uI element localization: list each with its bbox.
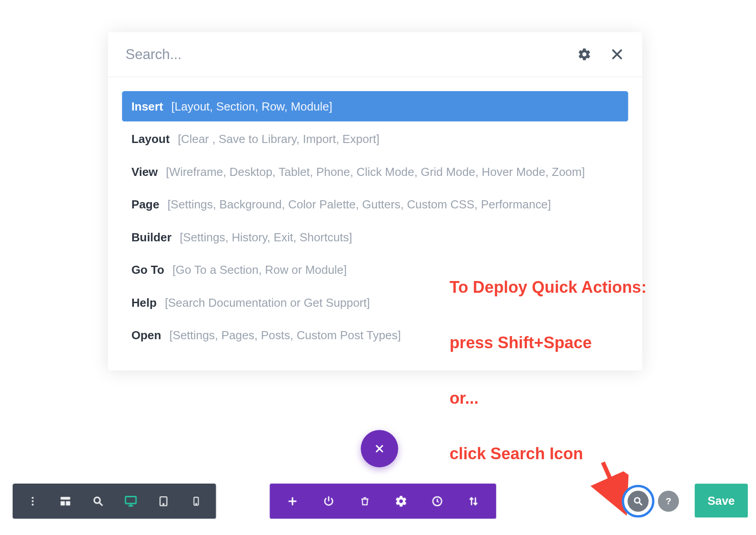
desktop-icon[interactable]: [115, 484, 147, 519]
svg-point-5: [32, 497, 33, 498]
annotation-line: click Search Icon: [449, 444, 583, 464]
tablet-icon[interactable]: [147, 484, 180, 519]
result-hint: [Go To a Section, Row or Module]: [172, 262, 347, 278]
result-hint: [Settings, Background, Color Palette, Gu…: [167, 196, 551, 212]
close-icon: [374, 443, 385, 455]
result-hint: [Settings, History, Exit, Shortcuts]: [180, 229, 352, 245]
svg-line-12: [100, 503, 102, 505]
result-row[interactable]: Layout[Clear , Save to Library, Import, …: [122, 124, 628, 154]
result-row[interactable]: Insert[Layout, Section, Row, Module]: [122, 91, 628, 121]
quick-actions-results: Insert[Layout, Section, Row, Module]Layo…: [108, 77, 642, 351]
svg-point-6: [32, 500, 33, 502]
builder-toolbar: [270, 484, 496, 519]
help-label: ?: [665, 496, 671, 506]
svg-rect-8: [60, 497, 70, 500]
result-hint: [Layout, Section, Row, Module]: [171, 98, 332, 115]
result-command: Insert: [131, 98, 163, 115]
quick-actions-search-button[interactable]: [622, 485, 655, 518]
search-input[interactable]: [125, 46, 559, 62]
svg-rect-13: [125, 497, 136, 504]
svg-line-24: [639, 503, 642, 505]
result-command: Help: [131, 295, 156, 311]
result-row[interactable]: Page[Settings, Background, Color Palette…: [122, 189, 628, 220]
phone-icon[interactable]: [180, 484, 213, 519]
plus-icon[interactable]: [275, 484, 311, 519]
svg-point-23: [635, 498, 640, 503]
help-button[interactable]: ?: [658, 491, 679, 512]
clock-icon[interactable]: [419, 484, 455, 519]
svg-point-19: [196, 503, 197, 504]
svg-point-17: [163, 504, 164, 505]
quick-actions-panel: Insert[Layout, Section, Row, Module]Layo…: [108, 32, 642, 370]
trash-icon[interactable]: [347, 484, 383, 519]
result-hint: [Clear , Save to Library, Import, Export…: [178, 131, 379, 147]
annotation-line: press Shift+Space: [449, 333, 591, 353]
search-icon: [628, 491, 649, 512]
result-hint: [Wireframe, Desktop, Tablet, Phone, Clic…: [166, 164, 585, 180]
annotation-line: or...: [449, 388, 478, 408]
power-icon[interactable]: [311, 484, 347, 519]
svg-point-7: [32, 504, 33, 506]
svg-point-11: [94, 497, 100, 503]
result-row[interactable]: Builder[Settings, History, Exit, Shortcu…: [122, 222, 628, 252]
result-command: Builder: [131, 229, 171, 245]
save-button[interactable]: Save: [695, 484, 747, 517]
more-vertical-icon[interactable]: [16, 484, 49, 519]
wireframe-icon[interactable]: [49, 484, 82, 519]
result-command: Layout: [131, 131, 170, 147]
result-command: Go To: [131, 262, 164, 278]
close-icon[interactable]: [609, 47, 625, 62]
sort-icon[interactable]: [455, 484, 491, 519]
result-hint: [Settings, Pages, Posts, Custom Post Typ…: [170, 327, 401, 343]
save-label: Save: [708, 494, 735, 507]
result-command: View: [131, 164, 158, 180]
gear-icon[interactable]: [383, 484, 419, 519]
result-command: Page: [131, 196, 159, 212]
result-command: Open: [131, 327, 161, 343]
result-row[interactable]: View[Wireframe, Desktop, Tablet, Phone, …: [122, 157, 628, 187]
gear-icon[interactable]: [577, 47, 592, 62]
search-icon[interactable]: [82, 484, 115, 519]
result-hint: [Search Documentation or Get Support]: [165, 295, 370, 311]
quick-actions-header: [108, 32, 642, 77]
annotation-line: To Deploy Quick Actions:: [449, 277, 646, 297]
view-toolbar: [13, 484, 216, 519]
collapse-toolbar-button[interactable]: [361, 430, 398, 467]
svg-rect-9: [60, 501, 64, 505]
svg-rect-10: [66, 501, 70, 505]
